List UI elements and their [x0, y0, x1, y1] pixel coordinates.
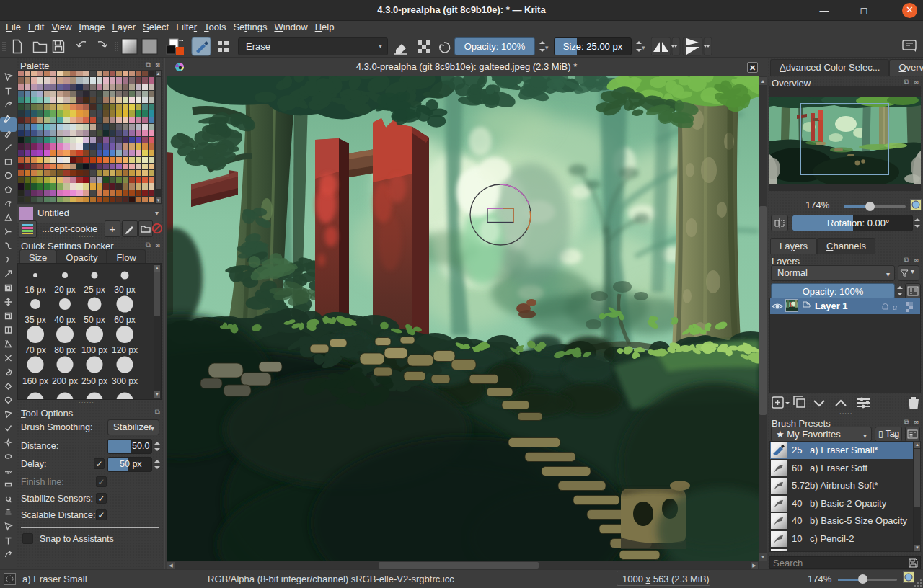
svg-text:α: α [893, 303, 898, 311]
svg-text:300 px: 300 px [112, 376, 138, 386]
svg-text:250 px: 250 px [81, 376, 107, 386]
svg-text:200 px: 200 px [52, 376, 78, 386]
svg-text:35 px: 35 px [25, 315, 45, 325]
svg-text:80 px: 80 px [54, 345, 75, 355]
svg-text:60 px: 60 px [114, 315, 135, 325]
svg-text:16 px: 16 px [25, 285, 45, 295]
svg-text:25 px: 25 px [84, 285, 105, 295]
svg-text:120 px: 120 px [112, 345, 138, 355]
svg-text:40 px: 40 px [54, 315, 75, 325]
svg-text:160 px: 160 px [22, 376, 48, 386]
svg-text:70 px: 70 px [25, 345, 45, 355]
svg-text:50 px: 50 px [84, 315, 105, 325]
svg-text:100 px: 100 px [81, 345, 107, 355]
svg-text:20 px: 20 px [54, 285, 75, 295]
svg-text:30 px: 30 px [114, 285, 135, 295]
